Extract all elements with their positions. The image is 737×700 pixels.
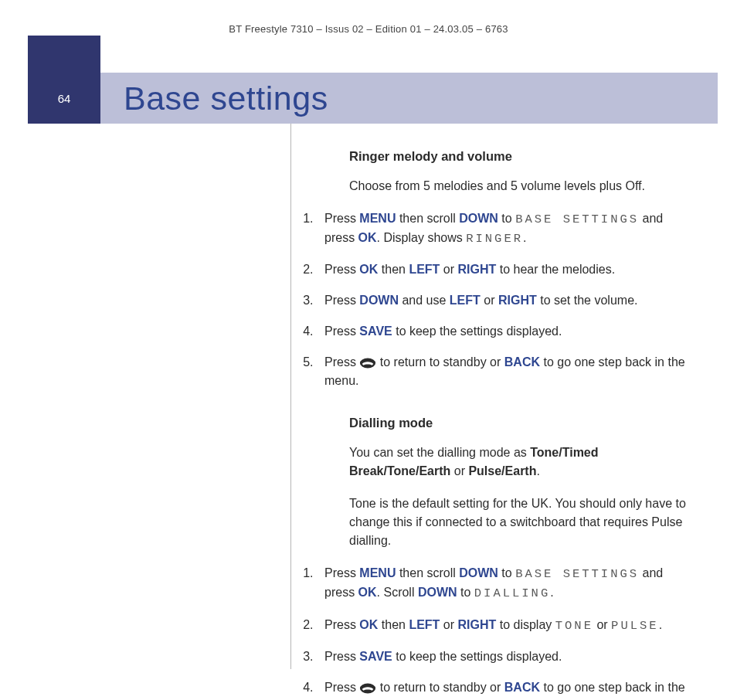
key-menu: MENU xyxy=(359,566,396,579)
key-down: DOWN xyxy=(359,294,399,307)
lcd-ringer: RINGER xyxy=(466,232,523,246)
dialling-steps: Press MENU then scroll DOWN to BASE SETT… xyxy=(317,564,687,700)
lcd-base-settings: BASE SETTINGS xyxy=(515,212,639,226)
key-down: DOWN xyxy=(459,566,498,579)
key-back: BACK xyxy=(504,681,540,694)
mode-option: Pulse/Earth xyxy=(468,464,536,477)
column-divider xyxy=(290,124,291,669)
list-item: Press MENU then scroll DOWN to BASE SETT… xyxy=(317,209,687,249)
key-menu: MENU xyxy=(359,212,396,225)
key-save: SAVE xyxy=(359,325,392,338)
key-right: RIGHT xyxy=(498,294,537,307)
key-right: RIGHT xyxy=(458,263,497,276)
key-ok: OK xyxy=(358,586,377,599)
key-right: RIGHT xyxy=(458,618,497,631)
list-item: Press to return to standby or BACK to go… xyxy=(317,353,687,390)
ringer-intro: Choose from 5 melodies and 5 volume leve… xyxy=(349,177,687,195)
main-column: Ringer melody and volume Choose from 5 m… xyxy=(304,147,687,700)
list-item: Press OK then LEFT or RIGHT to hear the … xyxy=(317,260,687,279)
key-ok: OK xyxy=(359,263,378,276)
list-item: Press MENU then scroll DOWN to BASE SETT… xyxy=(317,564,687,603)
key-down: DOWN xyxy=(459,212,498,225)
key-left: LEFT xyxy=(409,618,440,631)
key-ok: OK xyxy=(359,618,378,631)
page-title: Base settings xyxy=(124,73,328,124)
body-area: Ringer melody and volume Choose from 5 m… xyxy=(28,124,718,700)
dialling-intro-1: You can set the dialling mode as Tone/Ti… xyxy=(349,443,687,481)
key-ok: OK xyxy=(358,231,377,244)
end-call-icon xyxy=(359,357,376,369)
key-left: LEFT xyxy=(409,263,440,276)
section-heading-dialling: Dialling mode xyxy=(349,413,687,433)
document-header: BT Freestyle 7310 – Issus 02 – Edition 0… xyxy=(0,23,737,35)
list-item: Press to return to standby or BACK to go… xyxy=(317,678,687,700)
key-back: BACK xyxy=(504,355,540,369)
ringer-steps: Press MENU then scroll DOWN to BASE SETT… xyxy=(317,209,687,391)
list-item: Press OK then LEFT or RIGHT to display T… xyxy=(317,616,687,635)
lcd-base-settings: BASE SETTINGS xyxy=(515,567,639,581)
key-left: LEFT xyxy=(450,294,481,307)
list-item: Press SAVE to keep the settings displaye… xyxy=(317,322,687,341)
lcd-dialling: DIALLING xyxy=(474,586,550,600)
key-save: SAVE xyxy=(359,650,392,663)
section-heading-ringer: Ringer melody and volume xyxy=(349,147,687,166)
list-item: Press DOWN and use LEFT or RIGHT to set … xyxy=(317,291,687,310)
manual-page: BT Freestyle 7310 – Issus 02 – Edition 0… xyxy=(0,0,737,700)
end-call-icon xyxy=(359,682,376,695)
list-item: Press SAVE to keep the settings displaye… xyxy=(317,647,687,666)
key-down: DOWN xyxy=(418,586,457,599)
lcd-pulse: PULSE xyxy=(611,619,659,633)
dialling-intro-2: Tone is the default setting for the UK. … xyxy=(349,494,687,550)
lcd-tone: TONE xyxy=(555,619,593,633)
title-band: 64 Base settings xyxy=(28,73,718,124)
page-number: 64 xyxy=(28,73,100,124)
corner-tab xyxy=(28,36,100,74)
